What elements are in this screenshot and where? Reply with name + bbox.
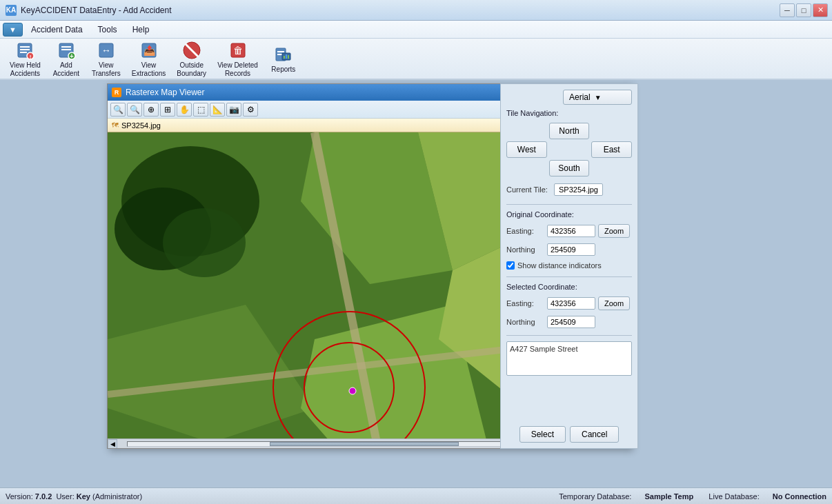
live-db-value: No Connection <box>773 492 826 501</box>
nav-south-button[interactable]: South <box>549 160 590 177</box>
map-tool-select[interactable]: ⬚ <box>193 103 208 117</box>
map-tool-extra[interactable]: ⚙ <box>243 103 258 117</box>
cancel-button[interactable]: Cancel <box>570 426 619 443</box>
map-tool-pan[interactable]: ✋ <box>177 103 192 117</box>
toolbar-view-deleted[interactable]: 🗑 View DeletedRecords <box>213 37 262 81</box>
menu-help[interactable]: Help <box>126 23 157 37</box>
orig-easting-row: Easting: Zoom <box>506 224 632 238</box>
user-label: User: <box>56 492 74 501</box>
user-value: Key <box>77 492 90 501</box>
orig-easting-input[interactable] <box>547 225 595 237</box>
toolbar-view-extractions[interactable]: 📤 ViewExtractions <box>128 37 170 81</box>
divider-1 <box>506 204 632 205</box>
orig-northing-row: Northing <box>506 243 632 256</box>
address-text: A427 Sample Street <box>510 345 577 353</box>
svg-text:!: ! <box>30 54 32 60</box>
right-panel: Aerial ▼ Tile Navigation: North West Eas… <box>500 83 638 449</box>
view-held-icon: ! <box>14 39 36 61</box>
svg-rect-8 <box>61 49 71 50</box>
divider-2 <box>506 276 632 277</box>
map-tab-label: SP3254.jpg <box>121 121 161 130</box>
map-tool-zoom-area[interactable]: ⊕ <box>143 103 159 117</box>
aerial-label: Aerial <box>569 92 591 102</box>
menu-tools[interactable]: Tools <box>91 23 124 37</box>
svg-rect-24 <box>286 54 287 59</box>
view-extractions-label: ViewExtractions <box>132 61 166 78</box>
sel-northing-input[interactable] <box>547 316 595 328</box>
user-role: (Administrator) <box>92 492 142 501</box>
temp-db-value: Sample Temp <box>644 492 693 501</box>
divider-3 <box>506 335 632 336</box>
window-controls: ─ □ ✕ <box>780 3 828 17</box>
view-extractions-icon: 📤 <box>138 39 160 61</box>
nav-east-button[interactable]: East <box>591 141 632 158</box>
sel-easting-input[interactable] <box>547 297 595 310</box>
live-db-label: Live Database: <box>709 492 759 501</box>
svg-rect-23 <box>284 56 285 59</box>
svg-point-29 <box>163 208 246 277</box>
map-tool-capture[interactable]: 📷 <box>226 103 241 117</box>
sel-northing-row: Northing <box>506 316 632 328</box>
svg-rect-20 <box>277 51 284 52</box>
app-title: KeyACCIDENT DataEntry - Add Accident <box>21 6 172 15</box>
orig-northing-label: Northing <box>506 245 544 254</box>
add-accident-label: AddAccident <box>53 61 79 78</box>
svg-rect-7 <box>61 46 71 48</box>
scroll-left-arrow[interactable]: ◀ <box>108 439 117 449</box>
orig-northing-input[interactable] <box>547 243 595 256</box>
status-bar: Version: 7.0.2 User: Key (Administrator)… <box>0 487 832 504</box>
close-button[interactable]: ✕ <box>813 3 828 17</box>
view-held-label: View HeldAccidents <box>10 61 41 78</box>
nav-grid: North West East South <box>506 123 632 177</box>
tile-navigation-label: Tile Navigation: <box>506 109 632 117</box>
orig-zoom-button[interactable]: Zoom <box>598 224 630 238</box>
sel-easting-row: Easting: Zoom <box>506 296 632 310</box>
minimize-button[interactable]: ─ <box>780 3 795 17</box>
toolbar-view-transfers[interactable]: ↔ ViewTransfers <box>88 37 125 81</box>
status-right: Temporary Database: Sample Temp Live Dat… <box>559 492 826 501</box>
toolbar-outside-boundary[interactable]: OutsideBoundary <box>172 37 210 81</box>
reports-label: Reports <box>271 65 295 74</box>
app-icon: KA <box>6 5 17 16</box>
version-label: Version: <box>6 492 33 501</box>
menu-accident-data[interactable]: Accident Data <box>24 23 90 37</box>
toolbar-reports[interactable]: Reports <box>265 41 302 77</box>
toolbar-view-held[interactable]: ! View HeldAccidents <box>6 37 45 81</box>
map-tool-measure[interactable]: 📐 <box>210 103 225 117</box>
svg-rect-25 <box>288 55 289 59</box>
map-tool-zoom-out[interactable]: 🔍 <box>127 103 142 117</box>
map-viewer-title: Rasterex Map Viewer <box>126 88 205 97</box>
main-content: R Rasterex Map Viewer ─ □ ✕ 🔍 🔍 ⊕ ⊞ ✋ ⬚ … <box>0 80 832 487</box>
sel-zoom-button[interactable]: Zoom <box>598 296 630 310</box>
outside-boundary-icon <box>181 39 203 61</box>
current-tile-label: Current Tile: <box>506 185 551 194</box>
action-buttons: Select Cancel <box>506 426 632 443</box>
map-tab-icon: 🗺 <box>112 121 119 129</box>
select-button[interactable]: Select <box>519 426 566 443</box>
view-transfers-label: ViewTransfers <box>92 61 121 78</box>
map-tool-zoom-fit[interactable]: ⊞ <box>160 103 175 117</box>
map-tool-zoom-in[interactable]: 🔍 <box>110 103 126 117</box>
maximize-button[interactable]: □ <box>796 3 811 17</box>
reports-icon <box>273 43 295 65</box>
toolbar-add-accident[interactable]: + AddAccident <box>48 37 85 81</box>
nav-west-button[interactable]: West <box>506 141 547 158</box>
menu-bar: ▼ Accident Data Tools Help <box>0 21 832 39</box>
sel-northing-label: Northing <box>506 318 544 326</box>
dropdown-arrow-icon: ▼ <box>595 94 602 101</box>
scrollbar-thumb-h[interactable] <box>270 442 459 446</box>
sel-easting-label: Easting: <box>506 299 544 308</box>
svg-text:↔: ↔ <box>101 45 111 56</box>
map-viewer-icon: R <box>112 88 121 97</box>
aerial-dropdown[interactable]: Aerial ▼ <box>563 90 632 105</box>
temp-db-label: Temporary Database: <box>559 492 631 501</box>
nav-north-button[interactable]: North <box>549 123 590 139</box>
svg-rect-3 <box>20 52 27 53</box>
title-bar: KA KeyACCIDENT DataEntry - Add Accident … <box>0 0 832 21</box>
show-distance-checkbox[interactable] <box>506 261 515 270</box>
original-coord-label: Original Coordinate: <box>506 210 632 219</box>
add-accident-icon: + <box>55 39 77 61</box>
view-deleted-label: View DeletedRecords <box>217 61 258 78</box>
app-menu-dropdown[interactable]: ▼ <box>3 23 23 37</box>
version-value: 7.0.2 <box>35 492 52 501</box>
